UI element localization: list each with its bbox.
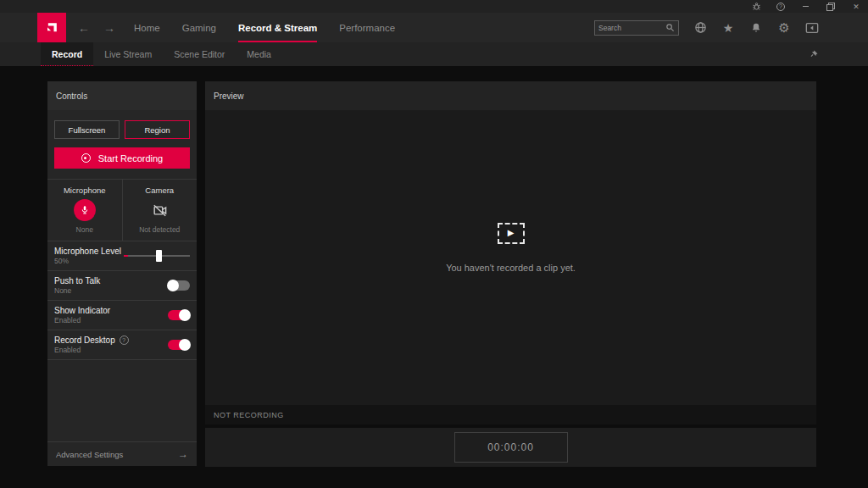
overlay-icon[interactable] <box>805 21 819 35</box>
record-icon <box>81 153 91 163</box>
camera-cell[interactable]: Camera Not detected <box>123 180 198 241</box>
microphone-label: Microphone <box>64 186 106 195</box>
record-desktop-row: Record Desktop Enabled <box>47 330 197 360</box>
push-to-talk-value: None <box>54 286 100 295</box>
nav-tabs: Home Gaming Record & Stream Performance <box>134 13 395 42</box>
nav-right-cluster <box>594 13 868 42</box>
bell-icon[interactable] <box>749 21 763 35</box>
advanced-settings-label: Advanced Settings <box>56 450 123 459</box>
fullscreen-button[interactable]: Fullscreen <box>54 120 120 139</box>
gear-icon[interactable] <box>777 21 791 35</box>
slider-thumb[interactable] <box>156 250 162 262</box>
amd-logo[interactable] <box>37 13 66 42</box>
arrow-right-icon <box>178 448 188 460</box>
device-grid: Microphone None Camera <box>47 179 197 241</box>
microphone-button[interactable] <box>74 199 96 221</box>
recording-status-text: NOT RECORDING <box>214 411 284 419</box>
search-input[interactable] <box>598 24 665 32</box>
push-to-talk-toggle[interactable] <box>168 280 190 291</box>
advanced-settings-link[interactable]: Advanced Settings <box>47 441 197 466</box>
close-icon[interactable] <box>851 2 861 12</box>
toggle-knob <box>179 339 191 351</box>
show-indicator-toggle[interactable] <box>168 310 190 320</box>
timer-bar: 00:00:00 <box>205 428 816 467</box>
record-desktop-label: Record Desktop <box>54 336 115 345</box>
camera-label: Camera <box>145 186 174 195</box>
controls-panel: Controls Fullscreen Region Start Recordi… <box>47 81 197 466</box>
push-to-talk-label: Push to Talk <box>54 276 100 286</box>
show-indicator-value: Enabled <box>54 316 110 324</box>
controls-panel-title: Controls <box>47 81 197 110</box>
star-icon[interactable] <box>721 21 735 35</box>
globe-icon[interactable] <box>693 21 707 35</box>
bug-report-icon[interactable] <box>751 2 761 12</box>
forward-icon[interactable] <box>103 21 115 35</box>
help-circle-icon[interactable] <box>120 336 129 345</box>
toggle-knob <box>179 309 191 321</box>
titlebar <box>0 0 868 13</box>
record-desktop-toggle[interactable] <box>168 340 190 350</box>
subtab-media[interactable]: Media <box>236 42 282 66</box>
preview-empty-state: You haven't recorded a clip yet. <box>205 100 816 395</box>
microphone-level-row: Microphone Level 50% <box>47 241 197 271</box>
empty-message: You haven't recorded a clip yet. <box>446 263 576 273</box>
start-recording-label: Start Recording <box>98 153 163 164</box>
push-to-talk-row: Push to Talk None <box>47 271 197 301</box>
restore-icon[interactable] <box>826 2 836 12</box>
region-button[interactable]: Region <box>125 120 190 139</box>
microphone-level-value: 50% <box>54 257 121 265</box>
minimize-icon[interactable] <box>800 2 810 12</box>
clip-play-icon <box>498 223 525 244</box>
panel-spacer <box>47 360 197 441</box>
record-stream-subtabs: Record Live Stream Scene Editor Media <box>0 42 868 66</box>
show-indicator-label: Show Indicator <box>54 306 110 315</box>
search-icon[interactable] <box>665 23 675 33</box>
tab-record-and-stream[interactable]: Record & Stream <box>238 13 317 42</box>
start-recording-button[interactable]: Start Recording <box>54 147 190 169</box>
microphone-level-slider[interactable] <box>124 250 190 262</box>
tab-gaming[interactable]: Gaming <box>182 13 216 42</box>
pin-icon[interactable] <box>808 49 819 60</box>
nav-history <box>78 13 115 42</box>
subtab-record[interactable]: Record <box>41 42 93 66</box>
microphone-level-label: Microphone Level <box>54 247 121 256</box>
help-icon[interactable] <box>776 3 785 11</box>
record-desktop-value: Enabled <box>54 346 129 354</box>
preview-panel: Preview You haven't recorded a clip yet. <box>205 81 816 405</box>
camera-off-icon <box>152 202 168 219</box>
adrenalin-window: Home Gaming Record & Stream Performance <box>0 0 868 488</box>
back-icon[interactable] <box>78 21 90 35</box>
toggle-knob <box>167 280 179 291</box>
capture-mode-buttons: Fullscreen Region <box>54 120 190 139</box>
microphone-value: None <box>76 225 93 234</box>
microphone-icon <box>80 205 90 215</box>
show-indicator-row: Show Indicator Enabled <box>47 301 197 330</box>
recording-status-bar: NOT RECORDING <box>205 405 816 424</box>
search-box[interactable] <box>594 20 679 36</box>
subtab-scene-editor[interactable]: Scene Editor <box>163 42 236 66</box>
subtab-live-stream[interactable]: Live Stream <box>93 42 163 66</box>
camera-value: Not detected <box>139 225 180 234</box>
main-navbar: Home Gaming Record & Stream Performance <box>0 13 868 42</box>
tab-home[interactable]: Home <box>134 13 160 42</box>
recording-timer: 00:00:00 <box>454 432 568 463</box>
tab-performance[interactable]: Performance <box>339 13 395 42</box>
microphone-cell[interactable]: Microphone None <box>47 180 123 241</box>
